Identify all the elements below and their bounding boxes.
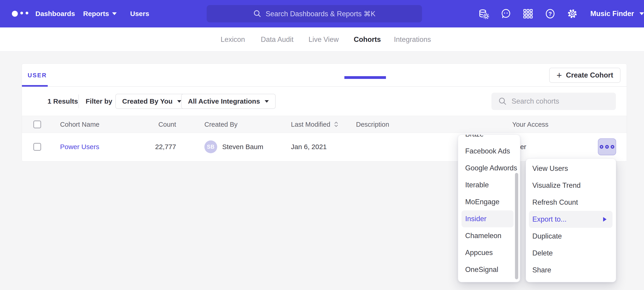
- tab-user-cohorts[interactable]: USER: [28, 64, 47, 87]
- avatar: SB: [204, 140, 217, 153]
- menu-item-duplicate[interactable]: Duplicate: [526, 228, 616, 245]
- chevron-down-icon: [265, 100, 269, 103]
- menu-item-insider[interactable]: Insider: [462, 210, 514, 227]
- active-tab-underline: [344, 76, 386, 79]
- tab-lexicon[interactable]: Lexicon: [220, 28, 245, 51]
- nav-link-reports[interactable]: Reports: [83, 0, 117, 28]
- row-actions-button[interactable]: [598, 138, 616, 155]
- project-switcher[interactable]: Music Finder: [590, 0, 644, 28]
- table-row[interactable]: Power Users 22,777 SB Steven Baum Jan 6,…: [22, 133, 627, 161]
- dots-icon: [600, 145, 603, 149]
- column-header-cohort-name[interactable]: Cohort Name: [60, 120, 99, 128]
- column-header-description[interactable]: Description: [356, 120, 389, 128]
- menu-item-chameleon[interactable]: Chameleon: [458, 227, 520, 244]
- menu-item-view-users[interactable]: View Users: [526, 160, 616, 177]
- divider: [78, 94, 79, 108]
- cohorts-page: Dashboards Reports Users Search Dashboar…: [0, 0, 644, 290]
- filter-toolbar: 1 Results Filter by Created By You All A…: [22, 87, 627, 116]
- export-destinations-submenu: Braze Facebook Ads Google Adwords Iterab…: [458, 134, 520, 282]
- menu-item-refresh-count[interactable]: Refresh Count: [526, 194, 616, 211]
- tab-live-view[interactable]: Live View: [308, 28, 339, 51]
- data-management-icon[interactable]: [478, 9, 489, 19]
- cohort-name-link[interactable]: Power Users: [60, 143, 99, 151]
- secondary-nav: Lexicon Data Audit Live View Cohorts Int…: [0, 28, 644, 51]
- global-search-input[interactable]: Search Dashboards & Reports ⌘K: [207, 5, 422, 22]
- cohort-search-placeholder: Search cohorts: [512, 97, 559, 105]
- select-all-checkbox[interactable]: [33, 120, 41, 128]
- integrations-filter-dropdown[interactable]: All Active Integrations: [181, 94, 276, 109]
- cohort-type-tabs-row: USER + Create Cohort: [22, 64, 627, 87]
- menu-item-google-adwords[interactable]: Google Adwords: [458, 160, 520, 177]
- menu-item-iterable[interactable]: Iterable: [458, 177, 520, 194]
- nav-link-dashboards[interactable]: Dashboards: [36, 0, 75, 28]
- top-navbar: Dashboards Reports Users Search Dashboar…: [0, 0, 644, 28]
- cohort-search-input[interactable]: Search cohorts: [492, 93, 616, 110]
- menu-item-moengage[interactable]: MoEngage: [458, 194, 520, 210]
- chevron-down-icon: [112, 12, 117, 15]
- menu-item-braze[interactable]: Braze: [458, 134, 520, 143]
- user-tab-underline: [22, 85, 48, 87]
- column-header-your-access[interactable]: Your Access: [512, 120, 548, 128]
- table-header-row: Cohort Name Count Created By Last Modifi…: [22, 116, 627, 133]
- help-icon[interactable]: ?: [545, 9, 556, 19]
- row-context-menu: View Users Visualize Trend Refresh Count…: [526, 159, 616, 282]
- settings-gear-icon[interactable]: [567, 9, 578, 19]
- results-count: 1 Results: [48, 97, 78, 105]
- plus-icon: +: [556, 71, 562, 80]
- submenu-scrollbar[interactable]: [515, 173, 518, 279]
- chevron-down-icon: [640, 12, 644, 15]
- create-cohort-button[interactable]: + Create Cohort: [549, 68, 620, 83]
- tab-cohorts[interactable]: Cohorts: [354, 28, 381, 51]
- apps-grid-icon[interactable]: [523, 9, 533, 19]
- feedback-icon[interactable]: [500, 9, 511, 19]
- svg-text:?: ?: [548, 11, 552, 17]
- search-icon: [498, 97, 507, 106]
- search-icon: [253, 10, 262, 18]
- submenu-arrow-icon: [603, 217, 606, 222]
- cohort-count: 22,777: [120, 143, 176, 151]
- mixpanel-logo-icon[interactable]: [12, 11, 32, 17]
- menu-item-appcues[interactable]: Appcues: [458, 244, 520, 261]
- chevron-down-icon: [177, 100, 181, 103]
- column-header-last-modified[interactable]: Last Modified: [291, 120, 339, 128]
- menu-item-share[interactable]: Share: [526, 262, 616, 278]
- column-header-created-by[interactable]: Created By: [204, 120, 238, 128]
- menu-item-onesignal[interactable]: OneSignal: [458, 261, 520, 278]
- filter-by-label: Filter by: [86, 97, 112, 105]
- menu-item-delete[interactable]: Delete: [526, 245, 616, 262]
- menu-item-visualize-trend[interactable]: Visualize Trend: [526, 177, 616, 194]
- last-modified-cell: Jan 6, 2021: [291, 143, 327, 151]
- tab-data-audit[interactable]: Data Audit: [261, 28, 294, 51]
- project-name: Music Finder: [590, 10, 634, 18]
- menu-item-export-to[interactable]: Export to...: [529, 211, 612, 228]
- created-by-filter-dropdown[interactable]: Created By You: [115, 94, 188, 109]
- tab-integrations[interactable]: Integrations: [394, 28, 431, 51]
- row-checkbox[interactable]: [33, 143, 41, 151]
- nav-link-users[interactable]: Users: [130, 0, 149, 28]
- cohorts-card: USER + Create Cohort 1 Results Filter by…: [22, 64, 627, 162]
- menu-item-facebook-ads[interactable]: Facebook Ads: [458, 143, 520, 160]
- column-header-count[interactable]: Count: [120, 120, 176, 128]
- global-search-placeholder: Search Dashboards & Reports ⌘K: [266, 10, 376, 18]
- created-by-name: Steven Baum: [222, 143, 263, 151]
- navbar-icon-group: ?: [478, 0, 578, 28]
- created-by-cell: SB Steven Baum: [204, 140, 263, 153]
- sort-icon[interactable]: [334, 121, 339, 128]
